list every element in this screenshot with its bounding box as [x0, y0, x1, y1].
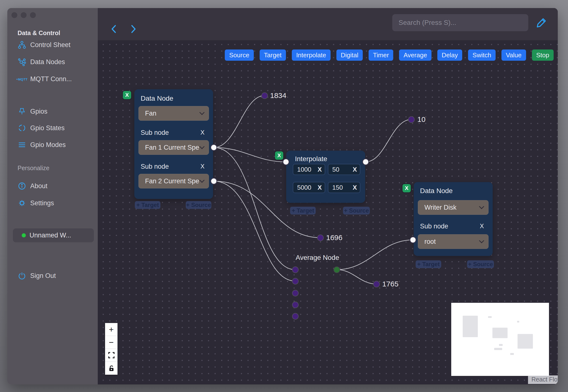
palette-button-digital[interactable]: Digital	[336, 49, 363, 61]
workspace-label: Unnamed W...	[29, 232, 71, 239]
edge[interactable]	[337, 270, 376, 284]
palette-button-source[interactable]: Source	[225, 49, 253, 61]
palette-button-delay[interactable]: Delay	[437, 49, 462, 61]
source-handle[interactable]	[362, 158, 369, 165]
value-dot[interactable]	[261, 92, 268, 99]
edge-value-label: 10	[417, 115, 425, 124]
add-target-badge[interactable]: + Target	[135, 201, 160, 209]
target-handle[interactable]	[292, 302, 299, 308]
value-dot[interactable]	[408, 116, 415, 123]
target-handle[interactable]	[292, 313, 299, 320]
sidebar-item-workspace[interactable]: Unnamed W...	[13, 228, 94, 242]
chevron-down-icon	[199, 144, 205, 149]
sub-node-row: Sub node X	[420, 223, 484, 230]
window-minimize-button[interactable]	[21, 12, 27, 18]
sidebar-item-gpios[interactable]: Gpios	[17, 106, 48, 117]
remove-value-button[interactable]: X	[318, 166, 322, 173]
palette-button-stop[interactable]: Stop	[532, 49, 554, 61]
interpolate-node[interactable]: Interpolate 1000 X 50 X 5000 X 150 X	[286, 151, 365, 203]
fan-type-select[interactable]: Fan	[139, 106, 209, 121]
sidebar-item-about[interactable]: About	[17, 181, 48, 191]
minimap[interactable]	[451, 303, 549, 376]
delete-node-button[interactable]: X	[275, 151, 283, 160]
fan-sub-node-2-select[interactable]: Fan 2 Current Spe	[139, 174, 209, 188]
add-source-badge[interactable]: + Source	[343, 207, 370, 214]
chevron-down-icon	[199, 110, 205, 115]
sidebar-item-label: Data Nodes	[30, 58, 65, 66]
source-handle[interactable]	[210, 144, 217, 151]
source-handle[interactable]	[333, 266, 340, 273]
target-handle[interactable]	[292, 278, 299, 284]
minimap-node	[492, 328, 508, 338]
window-close-button[interactable]	[12, 12, 17, 18]
remove-sub-node-button[interactable]: X	[200, 163, 205, 170]
target-handle[interactable]	[410, 237, 416, 243]
minimap-node	[499, 344, 503, 346]
node-title: Interpolate	[295, 155, 327, 163]
sidebar-item-label: Gpio States	[30, 124, 65, 132]
palette-button-switch[interactable]: Switch	[468, 49, 496, 61]
palette-button-target[interactable]: Target	[260, 49, 286, 61]
data-node-writer-disk[interactable]: Data Node Writer Disk Sub node X root	[414, 182, 493, 256]
fit-view-button[interactable]	[105, 349, 117, 362]
sidebar-item-mqtt-conn[interactable]: MQTT MQTT Conn...	[17, 74, 72, 84]
window-maximize-button[interactable]	[30, 12, 36, 18]
sidebar-item-settings[interactable]: Settings	[17, 198, 54, 209]
interpolate-field[interactable]: 5000 X	[293, 182, 325, 193]
react-flow-attribution[interactable]: React Flow	[528, 376, 558, 384]
edge[interactable]	[214, 147, 295, 270]
edge[interactable]	[366, 119, 411, 162]
minimap-node	[517, 321, 519, 322]
edit-pencil-icon[interactable]	[536, 16, 548, 28]
value-dot[interactable]	[373, 281, 380, 287]
sidebar-item-gpio-states[interactable]: Gpio States	[17, 123, 65, 133]
sidebar-section-personalize: Personalize	[17, 165, 50, 172]
edge[interactable]	[337, 240, 413, 270]
fan-sub-node-1-select[interactable]: Fan 1 Current Spe	[139, 140, 209, 155]
flow-canvas[interactable]: Source Target Interpolate Digital Timer …	[98, 40, 558, 384]
palette-button-timer[interactable]: Timer	[369, 49, 393, 61]
minimap-node	[494, 348, 502, 350]
remove-value-button[interactable]: X	[353, 166, 357, 173]
interpolate-field[interactable]: 50 X	[328, 164, 360, 175]
source-handle[interactable]	[210, 178, 217, 184]
sidebar-item-label: Control Sheet	[30, 41, 70, 49]
palette-button-average[interactable]: Average	[399, 49, 431, 61]
interpolate-field[interactable]: 150 X	[328, 182, 360, 193]
target-handle[interactable]	[292, 266, 299, 273]
interpolate-field[interactable]: 1000 X	[293, 164, 325, 175]
search-input[interactable]	[392, 14, 528, 31]
delete-node-button[interactable]: X	[123, 91, 131, 99]
writer-type-select[interactable]: Writer Disk	[418, 200, 488, 215]
add-source-badge[interactable]: + Source	[467, 260, 494, 268]
remove-sub-node-button[interactable]: X	[480, 223, 484, 230]
palette-button-interpolate[interactable]: Interpolate	[292, 49, 331, 61]
data-node-fan[interactable]: Data Node Fan Sub node X Fan 1 Current S…	[134, 89, 213, 199]
remove-value-button[interactable]: X	[318, 184, 322, 191]
pin-icon	[17, 107, 26, 116]
back-button[interactable]	[110, 24, 118, 34]
sidebar-item-gpio-modes[interactable]: Gpio Modes	[17, 140, 66, 150]
zoom-out-button[interactable]: −	[105, 336, 117, 349]
add-target-badge[interactable]: + Target	[290, 207, 316, 214]
sidebar-item-sign-out[interactable]: Sign Out	[17, 270, 56, 281]
target-handle[interactable]	[292, 290, 299, 296]
zoom-in-button[interactable]: +	[105, 323, 117, 336]
writer-sub-node-select[interactable]: root	[418, 234, 488, 249]
value-dot[interactable]	[317, 235, 324, 241]
target-handle[interactable]	[283, 158, 289, 165]
forward-button[interactable]	[129, 24, 138, 34]
add-target-badge[interactable]: + Target	[416, 260, 441, 268]
palette-button-value[interactable]: Value	[501, 49, 526, 61]
remove-value-button[interactable]: X	[353, 184, 357, 191]
minimap-node	[518, 334, 533, 349]
sidebar-item-control-sheet[interactable]: Control Sheet	[17, 40, 70, 50]
sidebar-item-data-nodes[interactable]: Data Nodes	[17, 56, 65, 67]
chevron-down-icon	[199, 178, 205, 182]
add-source-badge[interactable]: + Source	[186, 201, 211, 209]
edge[interactable]	[214, 96, 264, 147]
delete-node-button[interactable]: X	[402, 184, 411, 192]
remove-sub-node-button[interactable]: X	[200, 129, 205, 137]
app-window: Data & Control Control Sheet Data Nodes	[7, 8, 558, 384]
lock-button[interactable]	[105, 362, 117, 375]
